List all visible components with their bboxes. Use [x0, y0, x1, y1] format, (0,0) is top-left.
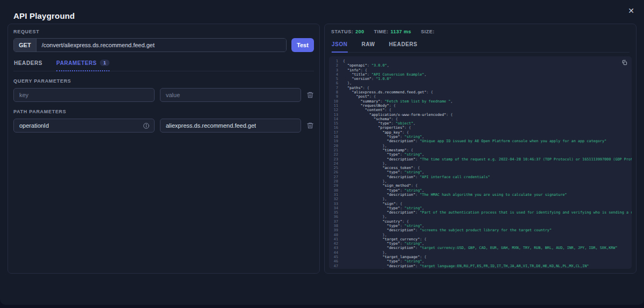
code-line: 23 "description": "The time stamp of the… [329, 157, 632, 162]
path-parameter-row: operationId aliexpress.ds.recommend.feed… [13, 119, 314, 133]
query-key-input[interactable]: key [13, 88, 155, 102]
size-label: SIZE: [421, 29, 435, 34]
code-line: 37 "country": { [329, 219, 632, 224]
url-input[interactable]: /convert/aliexpress.ds.recommend.feed.ge… [36, 39, 286, 52]
code-line: 4 "title": "API Conversion Example", [329, 72, 632, 77]
code-line: 17 "app_key": { [329, 130, 632, 135]
code-line: 16 "properties": { [329, 126, 632, 130]
path-parameters-label: PATH PARAMETERS [13, 109, 314, 114]
code-line: 14 "schema": { [329, 117, 632, 121]
close-icon[interactable]: ✕ [626, 5, 636, 16]
request-tabs: HEADERS PARAMETERS 1 [13, 60, 314, 71]
parameters-count-badge: 1 [100, 60, 109, 66]
code-line: 40 }, [329, 233, 632, 237]
api-playground-modal: ✕ API Playground REQUEST GET /convert/al… [0, 0, 644, 305]
code-line: 48 }, [329, 268, 632, 269]
code-line: 22 "type": "string", [329, 152, 632, 157]
code-line: 28 }, [329, 179, 632, 184]
code-line: 27 "description": "API interface call cr… [329, 175, 632, 179]
code-line: 6 }, [329, 81, 632, 85]
delete-path-param-button[interactable] [306, 121, 314, 130]
code-line: 33 "sign": { [329, 202, 632, 206]
code-line: 32 }, [329, 197, 632, 201]
code-line: 3 "info": { [329, 68, 632, 72]
code-line: 8 "aliexpress.ds.recommend.feed.get": { [329, 90, 632, 94]
trash-icon [306, 121, 314, 130]
path-key-input[interactable]: operationId [13, 119, 155, 133]
time-value: 1137 ms [391, 29, 412, 34]
code-line: 34 "type": "string", [329, 206, 632, 210]
code-line: 15 "type": "object", [329, 121, 632, 126]
method-selector[interactable]: GET [14, 39, 36, 52]
code-line: 1{ [329, 59, 632, 63]
request-section-label: REQUEST [13, 29, 314, 34]
code-line: 38 "type": "string", [329, 224, 632, 228]
code-line: 5 "version": "1.0.0" [329, 77, 632, 81]
tab-response-headers[interactable]: HEADERS [389, 41, 418, 47]
test-button[interactable]: Test [291, 38, 314, 52]
code-line: 42 "type": "string", [329, 241, 632, 246]
query-parameter-row: key value [13, 88, 314, 102]
code-line: 10 "summary": "Fetch item list by feedna… [329, 99, 632, 104]
time-item: TIME: 1137 ms [374, 29, 412, 34]
code-line: 31 "description": "The HMAC hash algorit… [329, 193, 632, 197]
code-line: 18 "type": "string", [329, 135, 632, 139]
code-line: 9 "post": { [329, 94, 632, 99]
code-line: 41 "target_currency": { [329, 237, 632, 241]
response-panel: STATUS: 200 TIME: 1137 ms SIZE: JSON RAW [324, 24, 636, 274]
code-line: 44 }, [329, 251, 632, 255]
tab-headers[interactable]: HEADERS [14, 60, 42, 66]
code-line: 30 "type": "string", [329, 188, 632, 193]
response-code-block[interactable]: 1{2 "openapi": "3.0.0",3 "info": {4 "tit… [329, 56, 632, 269]
code-line: 46 "type": "string", [329, 259, 632, 263]
code-line: 26 "type": "string", [329, 170, 632, 174]
response-header: STATUS: 200 TIME: 1137 ms SIZE: JSON RAW [325, 24, 636, 53]
code-line: 19 "description": "Unique app ID issued … [329, 139, 632, 143]
delete-query-param-button[interactable] [306, 91, 314, 99]
request-row: GET /convert/aliexpress.ds.recommend.fee… [13, 38, 314, 52]
response-tabs: JSON RAW HEADERS [331, 41, 630, 53]
code-line: 45 "target_language": { [329, 255, 632, 259]
code-line: 36 }, [329, 215, 632, 219]
tab-json[interactable]: JSON [332, 41, 348, 47]
info-icon[interactable] [143, 122, 150, 129]
code-line: 43 "description": "target currency:USD, … [329, 246, 632, 250]
code-line: 21 "timestamp": { [329, 148, 632, 152]
tab-raw[interactable]: RAW [362, 41, 375, 47]
code-lines: 1{2 "openapi": "3.0.0",3 "info": {4 "tit… [329, 59, 632, 269]
code-line: 25 "access_token": { [329, 166, 632, 170]
tab-parameters[interactable]: PARAMETERS 1 [56, 60, 109, 66]
code-line: 11 "requestBody": { [329, 104, 632, 108]
request-panel: REQUEST GET /convert/aliexpress.ds.recom… [8, 24, 320, 274]
response-status-bar: STATUS: 200 TIME: 1137 ms SIZE: [331, 29, 630, 34]
status-label: STATUS: [331, 29, 353, 34]
code-line: 7 "paths": { [329, 86, 632, 90]
code-line: 12 "content": { [329, 108, 632, 112]
code-line: 24 }, [329, 162, 632, 166]
size-item: SIZE: [421, 29, 437, 34]
code-line: 47 "description": "target language:EN,RU… [329, 264, 632, 268]
copy-icon[interactable] [621, 60, 627, 65]
time-label: TIME: [374, 29, 389, 34]
path-value-input[interactable]: aliexpress.ds.recommend.feed.get [160, 119, 301, 133]
trash-icon [306, 91, 314, 99]
code-line: 39 "description": "screens the subject p… [329, 228, 632, 232]
query-parameters-label: QUERY PARAMETERS [13, 78, 314, 84]
status-value: 200 [355, 29, 364, 34]
page-title: API Playground [13, 11, 75, 20]
code-line: 13 "application/x-www-form-urlencoded": … [329, 113, 632, 117]
code-line: 35 "description": "Part of the authentic… [329, 210, 632, 215]
method-url-group: GET /convert/aliexpress.ds.recommend.fee… [13, 38, 287, 52]
code-line: 2 "openapi": "3.0.0", [329, 63, 632, 68]
status-item: STATUS: 200 [331, 29, 364, 34]
code-line: 20 }, [329, 144, 632, 148]
code-line: 29 "sign_method": { [329, 184, 632, 188]
query-value-input[interactable]: value [160, 88, 301, 102]
